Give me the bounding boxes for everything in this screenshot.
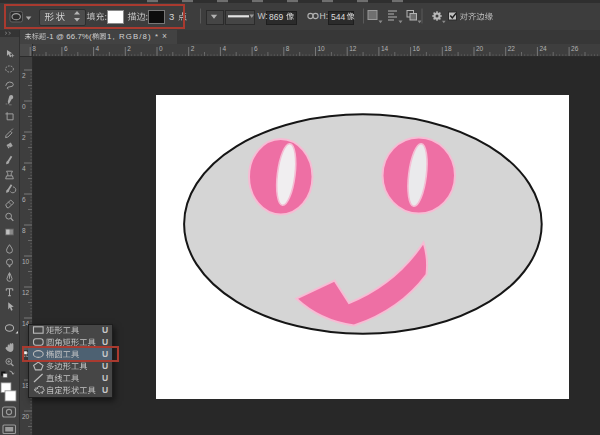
svg-text:U: U [102, 325, 108, 335]
svg-text:U: U [102, 385, 108, 395]
svg-text:U: U [102, 373, 108, 383]
svg-text:U: U [102, 361, 108, 371]
